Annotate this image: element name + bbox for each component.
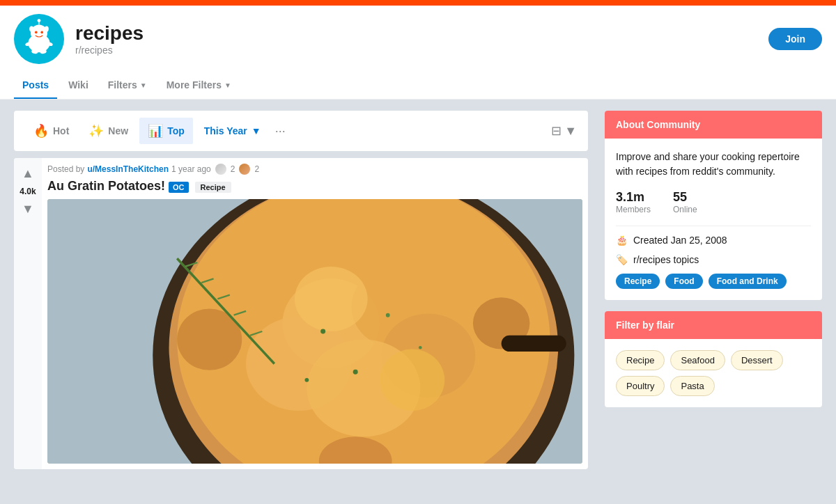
post-title[interactable]: Au Gratin Potatoes! OC Recipe: [47, 179, 582, 194]
members-stat: 3.1m Members: [616, 190, 651, 214]
online-stat: 55 Online: [673, 190, 697, 214]
topic-tags: Recipe Food Food and Drink: [616, 274, 811, 289]
svg-rect-39: [502, 336, 566, 352]
svg-point-38: [304, 378, 309, 382]
filters-arrow-icon: ▼: [140, 81, 147, 89]
filter-flair-title: Filter by flair: [616, 320, 811, 331]
vote-count: 4.0k: [20, 187, 36, 196]
tab-filters-label: Filters: [108, 79, 137, 90]
more-options-icon: ···: [275, 124, 286, 138]
new-icon: ✨: [88, 123, 104, 139]
tab-wiki-label: Wiki: [68, 79, 88, 90]
flair-tag-seafood[interactable]: Seafood: [670, 350, 725, 370]
tag-icon: 🏷️: [616, 254, 628, 265]
tab-wiki[interactable]: Wiki: [60, 72, 97, 99]
tab-more-filters-label: More Filters: [167, 79, 222, 90]
oc-flair: OC: [169, 182, 189, 193]
svg-point-8: [38, 19, 41, 22]
hot-label: Hot: [53, 125, 69, 136]
community-topics: 🏷️ r/recipes topics: [616, 254, 811, 265]
tab-more-filters[interactable]: More Filters ▼: [158, 72, 240, 99]
post-meta: Posted by u/MessInTheKitchen 1 year ago …: [47, 164, 582, 175]
post-time: 1 year ago: [171, 164, 211, 174]
svg-point-36: [353, 370, 358, 375]
upvote-button[interactable]: ▲: [19, 164, 37, 184]
topics-label: r/recipes topics: [633, 254, 699, 265]
filter-flair-header: Filter by flair: [605, 311, 822, 339]
join-button[interactable]: Join: [768, 28, 822, 50]
award-count-1: 2: [231, 164, 235, 174]
subreddit-avatar: [14, 14, 64, 64]
svg-point-6: [45, 26, 49, 31]
downvote-button[interactable]: ▼: [19, 199, 37, 219]
top-bar: [0, 0, 836, 6]
community-created: 🎂 Created Jan 25, 2008: [616, 235, 811, 246]
sort-hot-button[interactable]: 🔥 Hot: [25, 118, 77, 144]
filter-flair-card: Filter by flair Recipe Seafood Dessert P…: [605, 311, 822, 407]
svg-point-26: [295, 267, 368, 331]
members-label: Members: [616, 205, 651, 214]
about-community-header: About Community: [605, 111, 822, 139]
sidebar: About Community Improve and share your c…: [605, 111, 822, 469]
subreddit-handle: r/recipes: [75, 45, 757, 56]
hot-icon: 🔥: [33, 123, 49, 139]
post-card: ▲ 4.0k ▼ Posted by u/MessInTheKitchen 1 …: [14, 158, 588, 469]
svg-point-5: [29, 26, 33, 31]
topic-tag-recipe[interactable]: Recipe: [616, 274, 660, 289]
tab-posts[interactable]: Posts: [14, 72, 57, 99]
header-info: recipes r/recipes: [75, 22, 757, 56]
sort-new-button[interactable]: ✨ New: [80, 118, 137, 144]
about-community-body: Improve and share your cooking repertoir…: [605, 139, 822, 300]
svg-point-35: [386, 313, 390, 317]
vote-section: ▲ 4.0k ▼: [14, 158, 42, 469]
divider-1: [616, 226, 811, 226]
topic-tag-food-drink[interactable]: Food and Drink: [709, 274, 787, 289]
award-icon-1: [215, 164, 226, 175]
view-arrow-icon: ▼: [564, 124, 577, 139]
members-count: 3.1m: [616, 190, 651, 205]
nav-tabs: Posts Wiki Filters ▼ More Filters ▼: [0, 72, 836, 100]
main-layout: 🔥 Hot ✨ New 📊 Top This Year ▼ ··· ⊟ ▼: [0, 100, 836, 480]
about-community-title: About Community: [616, 119, 811, 130]
author-link[interactable]: u/MessInTheKitchen: [87, 164, 169, 174]
online-label: Online: [673, 205, 697, 214]
flair-tags: Recipe Seafood Dessert Poultry Pasta: [605, 339, 822, 407]
about-community-card: About Community Improve and share your c…: [605, 111, 822, 300]
created-text: Created Jan 25, 2008: [633, 235, 727, 246]
period-button[interactable]: This Year ▼: [196, 120, 270, 142]
flair-tag-pasta[interactable]: Pasta: [670, 376, 714, 396]
svg-point-37: [419, 346, 422, 349]
award-count-2: 2: [254, 164, 259, 174]
online-count: 55: [673, 190, 697, 205]
sort-top-button[interactable]: 📊 Top: [139, 118, 193, 144]
svg-point-34: [320, 329, 325, 334]
community-stats: 3.1m Members 55 Online: [616, 190, 811, 214]
header: recipes r/recipes Join: [0, 6, 836, 72]
content-area: 🔥 Hot ✨ New 📊 Top This Year ▼ ··· ⊟ ▼: [14, 111, 588, 469]
view-icon: ⊟: [551, 123, 562, 139]
view-toggle-button[interactable]: ⊟ ▼: [551, 123, 577, 139]
post-image[interactable]: [47, 199, 582, 464]
period-arrow-icon: ▼: [251, 125, 261, 136]
more-options-button[interactable]: ···: [275, 124, 286, 139]
svg-point-4: [40, 31, 43, 34]
svg-point-3: [35, 31, 38, 34]
post-content: Posted by u/MessInTheKitchen 1 year ago …: [42, 158, 588, 469]
post-title-text: Au Gratin Potatoes!: [47, 179, 165, 193]
award-icon-2: [239, 164, 250, 175]
top-label: Top: [167, 125, 185, 136]
flair-tag-dessert[interactable]: Dessert: [731, 350, 783, 370]
period-label: This Year: [204, 125, 247, 136]
tab-filters[interactable]: Filters ▼: [100, 72, 155, 99]
topic-tag-food[interactable]: Food: [665, 274, 702, 289]
flair-tag-poultry[interactable]: Poultry: [616, 376, 665, 396]
svg-point-27: [380, 349, 444, 411]
community-description: Improve and share your cooking repertoir…: [616, 150, 811, 179]
cake-icon: 🎂: [616, 235, 628, 246]
new-label: New: [108, 125, 128, 136]
recipe-flair: Recipe: [195, 182, 231, 193]
tab-posts-label: Posts: [22, 79, 49, 90]
sort-bar: 🔥 Hot ✨ New 📊 Top This Year ▼ ··· ⊟ ▼: [14, 111, 588, 151]
subreddit-name: recipes: [75, 22, 757, 45]
flair-tag-recipe[interactable]: Recipe: [616, 350, 665, 370]
